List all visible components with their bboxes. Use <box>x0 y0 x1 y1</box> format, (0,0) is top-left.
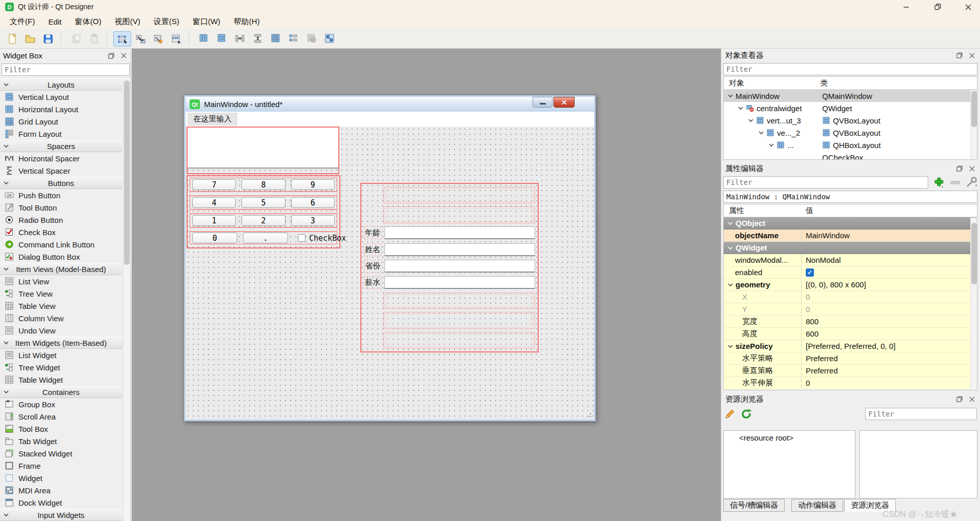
menu-item-4[interactable]: 设置(S) <box>147 15 186 29</box>
edit-buddies-button[interactable] <box>149 31 167 47</box>
menu-item-6[interactable]: 帮助(H) <box>227 15 267 29</box>
calc-display-layout[interactable] <box>187 127 339 174</box>
calc-display-textedit[interactable] <box>188 128 338 169</box>
split-vertical-button[interactable] <box>249 31 267 47</box>
widget-box-item-horizontal-layout[interactable]: Horizontal Layout <box>0 103 122 115</box>
form-lineedit-3[interactable] <box>384 276 535 289</box>
widget-box-section-4[interactable]: Item Widgets (Item-Based) <box>0 337 122 349</box>
calc-button-1[interactable]: 1 <box>192 215 236 226</box>
calc-button-9[interactable]: 9 <box>291 179 335 190</box>
property-filter-input[interactable] <box>723 176 928 189</box>
form-lineedit-1[interactable] <box>384 243 535 256</box>
close-panel-icon[interactable] <box>968 51 976 59</box>
resource-filter-input[interactable] <box>865 408 977 420</box>
bottom-tab-1[interactable]: 动作编辑器 <box>791 499 843 512</box>
form-layout-button[interactable] <box>285 31 303 47</box>
float-panel-icon[interactable] <box>955 164 964 173</box>
column-class[interactable]: 类 <box>820 78 828 88</box>
column-value[interactable]: 值 <box>802 206 813 216</box>
widget-box-item-undo-view[interactable]: Undo View <box>0 324 122 337</box>
form-lineedit-2[interactable] <box>384 260 535 273</box>
property-row-geometry[interactable]: geometry[(0, 0), 800 x 600] <box>724 279 977 291</box>
split-horizontal-button[interactable] <box>231 31 249 47</box>
property-row-水平伸展[interactable]: 水平伸展0 <box>724 377 977 389</box>
calc-button-2[interactable]: 2 <box>241 215 285 226</box>
adjust-size-button[interactable] <box>321 31 339 47</box>
calc-button-7[interactable]: 7 <box>192 179 236 190</box>
calc-button-3[interactable]: 3 <box>291 215 335 226</box>
widget-box-item-tree-view[interactable]: Tree View <box>0 287 122 300</box>
calc-button-6[interactable]: 6 <box>291 197 335 208</box>
widget-box-section-0[interactable]: Layouts <box>0 78 122 91</box>
widget-box-section-1[interactable]: Spacers <box>0 140 122 152</box>
reload-resources-icon[interactable] <box>741 408 752 420</box>
property-row-X[interactable]: X0 <box>724 291 977 303</box>
configure-property-icon[interactable] <box>966 177 978 188</box>
enabled-checkbox-icon[interactable]: ✓ <box>806 268 814 277</box>
design-minimize-button[interactable] <box>533 97 553 108</box>
widget-box-item-stacked-widget[interactable]: Stacked Widget <box>0 447 122 460</box>
close-icon[interactable] <box>956 0 980 14</box>
widget-box-item-vertical-spacer[interactable]: Vertical Spacer <box>0 164 122 177</box>
object-inspector-filter-input[interactable] <box>723 63 977 75</box>
close-panel-icon[interactable] <box>119 52 128 60</box>
property-section-QWidget[interactable]: QWidget <box>724 242 977 254</box>
widget-box-scrollbar[interactable] <box>123 78 130 521</box>
widget-box-item-table-view[interactable]: Table View <box>0 300 122 312</box>
widget-box-item-vertical-layout[interactable]: Vertical Layout <box>0 91 122 103</box>
horizontal-layout-button[interactable] <box>213 31 231 47</box>
bottom-tab-0[interactable]: 信号/槽编辑器 <box>723 499 785 512</box>
resize-grip-icon[interactable] <box>585 411 591 418</box>
resource-tree-pane[interactable]: <resource root> <box>723 430 855 498</box>
object-inspector-scrollbar[interactable] <box>970 90 977 160</box>
property-row-Y[interactable]: Y0 <box>724 303 977 316</box>
widget-box-item-dock-widget[interactable]: Dock Widget <box>0 496 122 509</box>
menu-item-1[interactable]: Edit <box>42 15 68 28</box>
calc-button-5[interactable]: 5 <box>241 197 285 208</box>
widget-box-item-list-widget[interactable]: List Widget <box>0 349 122 361</box>
add-property-icon[interactable] <box>933 177 945 188</box>
form-lineedit-0[interactable] <box>384 226 535 239</box>
property-row-objectName[interactable]: objectNameMainWindow <box>724 230 977 242</box>
edit-widgets-button[interactable] <box>113 31 131 47</box>
widget-box-item-tool-button[interactable]: Tool Button <box>0 201 122 214</box>
property-scrollbar[interactable] <box>970 218 977 390</box>
resource-list-pane[interactable] <box>860 430 977 498</box>
widget-box-item-column-view[interactable]: Column View <box>0 312 122 324</box>
widget-box-item-form-layout[interactable]: Form Layout <box>0 128 122 140</box>
widget-box-item-tree-widget[interactable]: Tree Widget <box>0 361 122 373</box>
property-row-宽度[interactable]: 宽度800 <box>724 316 977 328</box>
inspector-row-centralwidget[interactable]: centralwidgetQWidget <box>724 102 977 114</box>
design-window[interactable]: Qt MainWindow - untitled* ✕ 在这里输入 789456… <box>183 95 596 422</box>
inspector-row-vert...ut_3[interactable]: vert...ut_3QVBoxLayout <box>724 114 977 127</box>
column-property[interactable]: 属性 <box>724 206 802 216</box>
open-file-button[interactable] <box>21 31 39 47</box>
widget-box-section-6[interactable]: Input Widgets <box>0 509 122 521</box>
calc-button-0[interactable]: 0 <box>192 233 237 243</box>
property-row-水平策略[interactable]: 水平策略Preferred <box>724 352 977 365</box>
widget-box-item-tool-box[interactable]: Tool Box <box>0 423 122 435</box>
property-row-windowModal-[interactable]: windowModal...NonModal <box>724 254 977 266</box>
inspector-row-QCheckBox[interactable]: QCheckBox <box>724 151 977 160</box>
vertical-layout-button[interactable] <box>195 31 213 47</box>
inspector-row-ve..._2[interactable]: ve..._2QVBoxLayout <box>724 127 977 139</box>
widget-box-item-list-view[interactable]: List View <box>0 275 122 287</box>
property-table[interactable]: 属性 值 QObjectobjectNameMainWindowQWidgetw… <box>723 204 977 390</box>
minimize-icon[interactable] <box>894 0 918 14</box>
inspector-row-MainWindow[interactable]: MainWindowQMainWindow <box>724 90 977 102</box>
widget-box-item-scroll-area[interactable]: Scroll Area <box>0 410 122 423</box>
widget-box-item-table-widget[interactable]: Table Widget <box>0 373 122 386</box>
calc-button-4[interactable]: 4 <box>192 197 236 208</box>
widget-box-item-mdi-area[interactable]: MDI Area <box>0 484 122 496</box>
widget-box-filter-input[interactable] <box>2 64 130 76</box>
grid-layout-button[interactable] <box>267 31 285 47</box>
property-row-垂直策略[interactable]: 垂直策略Preferred <box>724 365 977 377</box>
calc-button-grid-layout[interactable]: 7894561230.CheckBox <box>187 175 340 248</box>
detail-form-layout[interactable]: 年龄姓名省份薪水 <box>360 183 539 352</box>
calc-checkbox-group[interactable]: CheckBox <box>294 234 346 243</box>
menu-item-2[interactable]: 窗体(O) <box>68 15 108 29</box>
property-row-enabled[interactable]: enabled✓ <box>724 266 977 279</box>
close-panel-icon[interactable] <box>968 164 976 173</box>
widget-box-item-horizontal-spacer[interactable]: Horizontal Spacer <box>0 152 122 164</box>
property-row-sizePolicy[interactable]: sizePolicy[Preferred, Preferred, 0, 0] <box>724 340 977 352</box>
